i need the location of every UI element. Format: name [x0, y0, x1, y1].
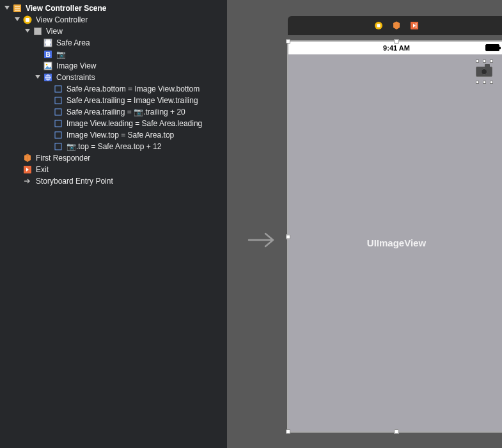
svg-rect-19	[55, 97, 61, 104]
outline-exit-row[interactable]: Exit	[0, 164, 227, 175]
resize-handle[interactable]	[286, 39, 290, 44]
scene-dock-toolbar[interactable]	[288, 16, 502, 35]
svg-rect-26	[55, 132, 61, 134]
constraints-group-icon	[43, 73, 52, 82]
svg-rect-27	[55, 143, 61, 150]
resize-handle[interactable]	[395, 429, 399, 434]
outline-label: Exit	[36, 164, 49, 175]
storyboard-entry-arrow-icon[interactable]	[247, 231, 276, 251]
disclosure-triangle[interactable]	[24, 28, 31, 35]
outline-entry-point-row[interactable]: Storyboard Entry Point	[0, 175, 227, 187]
outline-label: Safe Area.trailing = Image View.trailing	[67, 95, 198, 106]
outline-constraint-row[interactable]: 📷.top = Safe Area.top + 12	[0, 141, 227, 152]
svg-rect-18	[55, 90, 61, 92]
exit-dock-icon[interactable]	[410, 21, 419, 30]
camera-icon	[476, 67, 492, 77]
outline-label: Safe Area.trailing = 📷.trailing + 20	[67, 106, 185, 118]
svg-rect-20	[59, 97, 61, 104]
first-responder-icon	[23, 154, 32, 163]
outline-constraint-row[interactable]: Image View.top = Safe Area.top	[0, 129, 227, 141]
svg-rect-24	[55, 120, 58, 127]
uiimageview-placeholder[interactable]: UIImageView	[288, 54, 502, 431]
outline-constraint-row[interactable]: Safe Area.trailing = 📷.trailing + 20	[0, 106, 227, 118]
document-outline: View Controller Scene View Controller Vi…	[0, 0, 227, 448]
outline-label: View Controller	[36, 14, 88, 26]
outline-button-row[interactable]: B 📷	[0, 49, 227, 60]
outline-label: Storyboard Entry Point	[36, 175, 113, 187]
outline-label: Image View.top = Safe Area.top	[67, 129, 174, 141]
exit-icon	[23, 165, 32, 174]
disclosure-triangle[interactable]	[14, 17, 20, 23]
resize-handle[interactable]	[395, 39, 399, 44]
resize-handle[interactable]	[286, 429, 290, 434]
outline-safearea-row[interactable]: Safe Area	[0, 37, 227, 49]
outline-first-responder-row[interactable]: First Responder	[0, 152, 227, 164]
svg-point-14	[46, 64, 48, 66]
safe-area-icon	[43, 38, 52, 47]
status-time: 9:41 AM	[383, 44, 410, 52]
constraint-icon	[54, 142, 63, 151]
outline-label: Safe Area	[56, 37, 90, 49]
button-icon: B	[43, 50, 52, 59]
svg-marker-0	[4, 6, 10, 10]
view-controller-icon	[23, 15, 32, 24]
svg-rect-25	[55, 132, 61, 138]
constraint-icon	[54, 84, 63, 93]
svg-rect-28	[55, 143, 61, 146]
svg-rect-22	[59, 109, 61, 115]
disclosure-triangle[interactable]	[35, 74, 41, 81]
svg-rect-17	[55, 86, 61, 92]
outline-label: View	[46, 26, 63, 37]
selection-handles-row	[475, 60, 494, 63]
svg-rect-23	[55, 120, 61, 127]
outline-label: First Responder	[36, 152, 90, 164]
outline-constraint-row[interactable]: Image View.leading = Safe Area.leading	[0, 118, 227, 129]
interface-builder-canvas[interactable]: 9:41 AM UIImageView	[227, 0, 502, 448]
outline-vc-row[interactable]: View Controller	[0, 14, 227, 26]
image-view-icon	[43, 61, 52, 70]
outline-label: 📷	[56, 49, 66, 60]
device-preview[interactable]: 9:41 AM UIImageView	[287, 40, 502, 433]
constraint-icon	[54, 119, 63, 128]
outline-view-row[interactable]: View	[0, 26, 227, 37]
battery-icon	[485, 44, 499, 51]
outline-scene-row[interactable]: View Controller Scene	[0, 3, 227, 14]
svg-rect-8	[45, 40, 51, 45]
constraint-icon	[54, 96, 63, 105]
svg-text:B: B	[45, 51, 50, 58]
constraint-icon	[54, 108, 63, 116]
outline-label: View Controller Scene	[26, 3, 107, 14]
svg-rect-4	[26, 18, 29, 22]
disclosure-triangle[interactable]	[4, 5, 10, 12]
svg-rect-34	[416, 23, 416, 28]
outline-constraint-row[interactable]: Safe Area.trailing = Image View.trailing	[0, 95, 227, 106]
constraint-icon	[54, 131, 63, 140]
outline-label: Safe Area.bottom = Image View.bottom	[67, 83, 200, 95]
outline-label: 📷.top = Safe Area.top + 12	[67, 141, 161, 152]
camera-button-item[interactable]	[475, 58, 494, 85]
outline-constraint-row[interactable]: Safe Area.bottom = Image View.bottom	[0, 83, 227, 95]
svg-rect-6	[35, 28, 42, 35]
svg-marker-15	[35, 75, 40, 79]
outline-label: Constraints	[56, 72, 95, 83]
resize-handle[interactable]	[286, 234, 290, 239]
svg-marker-5	[25, 29, 30, 33]
view-controller-dock-icon[interactable]	[374, 21, 383, 30]
svg-rect-21	[55, 109, 61, 115]
outline-label: Image View	[56, 60, 96, 72]
imageview-placeholder-label: UIImageView	[367, 237, 426, 248]
svg-rect-30	[29, 167, 29, 172]
svg-rect-32	[377, 24, 380, 28]
first-responder-dock-icon[interactable]	[392, 21, 401, 30]
scene-icon	[13, 4, 22, 13]
outline-imageview-row[interactable]: Image View	[0, 60, 227, 72]
outline-constraints-row[interactable]: Constraints	[0, 72, 227, 83]
svg-marker-2	[15, 17, 20, 21]
entry-point-icon	[23, 177, 32, 186]
selection-handles-row	[475, 81, 494, 84]
status-bar: 9:41 AM	[288, 42, 502, 54]
view-icon	[33, 27, 42, 36]
outline-label: Image View.leading = Safe Area.leading	[67, 118, 202, 129]
scene-dock	[288, 16, 502, 35]
